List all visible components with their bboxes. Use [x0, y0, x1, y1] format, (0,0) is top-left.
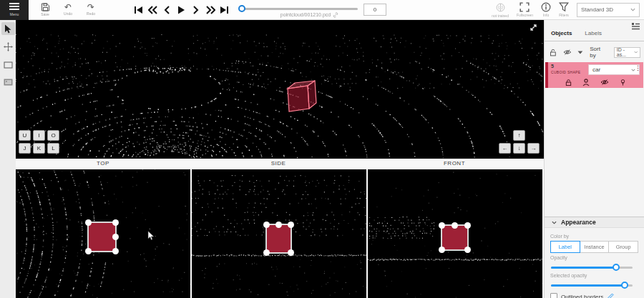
color-by-group-button[interactable]: Group: [609, 241, 638, 253]
arrow-left-button[interactable]: ←: [499, 143, 511, 154]
menu-button[interactable]: Menu: [0, 0, 29, 20]
color-by-toggle-group: Label Instance Group: [550, 241, 638, 253]
fullscreen-button[interactable]: Fullscreen: [517, 2, 533, 17]
arrow-down-button[interactable]: ↓: [513, 143, 525, 154]
sidebar-tabs: Objects Labels: [545, 20, 644, 41]
maximize-view-icon[interactable]: [529, 23, 538, 32]
tab-objects[interactable]: Objects: [551, 30, 572, 41]
cuboid-tool-button[interactable]: [1, 58, 15, 71]
resize-handle[interactable]: [263, 249, 270, 256]
key-u[interactable]: U: [19, 130, 31, 141]
select-tool-button[interactable]: [1, 22, 15, 35]
collapse-caret-icon[interactable]: [577, 51, 583, 54]
resize-handle[interactable]: [112, 219, 119, 226]
main-3d-viewport[interactable]: U I O J K L ↑ ← ↓ →: [16, 20, 544, 159]
key-i[interactable]: I: [33, 130, 45, 141]
pin-object-icon[interactable]: [620, 79, 626, 86]
link-icon: [333, 12, 338, 18]
selected-box-top-view[interactable]: [87, 222, 117, 252]
outlined-borders-checkbox[interactable]: [550, 293, 557, 298]
object-menu-button[interactable]: ⋮: [635, 64, 641, 71]
sort-by-label: Sort by: [590, 46, 608, 59]
selected-opacity-slider-handle[interactable]: [621, 282, 628, 289]
top-view-label: TOP: [16, 159, 190, 169]
fast-forward-button[interactable]: [205, 5, 215, 15]
list-settings-icon[interactable]: [631, 22, 640, 30]
key-j[interactable]: J: [19, 143, 31, 154]
side-view-label: SIDE: [190, 159, 366, 169]
object-class-select[interactable]: car: [588, 64, 640, 75]
lock-object-icon[interactable]: [565, 79, 572, 86]
skip-start-button[interactable]: [133, 5, 144, 15]
translate-tool-button[interactable]: [1, 40, 15, 53]
front-projection-view[interactable]: [368, 169, 542, 298]
color-by-instance-button[interactable]: Instance: [580, 241, 610, 253]
object-list-item-car[interactable]: 5 CUBOID SHAPE car ⋮: [545, 62, 643, 88]
color-by-label-button[interactable]: Label: [550, 241, 580, 253]
annotation-sidebar: Objects Labels Sort by ID - as... 5 CUBO…: [544, 20, 644, 298]
view-mode-select[interactable]: Standard 3D: [577, 3, 640, 17]
tab-labels[interactable]: Labels: [585, 30, 602, 41]
projection-label-strip: TOP SIDE FRONT: [16, 159, 544, 169]
instance-person-icon[interactable]: [582, 79, 590, 86]
info-button[interactable]: Info: [541, 2, 551, 17]
redo-button[interactable]: ↷ Redo: [82, 1, 100, 19]
info-icon: [541, 2, 551, 12]
selected-box-front-view[interactable]: [441, 224, 469, 251]
selected-box-side-view[interactable]: [265, 224, 292, 254]
play-button[interactable]: [176, 5, 187, 15]
visibility-object-icon[interactable]: [600, 79, 609, 86]
step-back-button[interactable]: [162, 5, 172, 15]
top-projection-view[interactable]: [16, 169, 190, 298]
arrow-up-button[interactable]: ↑: [513, 130, 525, 141]
visibility-all-icon[interactable]: [563, 49, 572, 56]
skip-end-button[interactable]: [219, 5, 230, 15]
camera-keypad-hints: U I O J K L: [19, 130, 59, 154]
key-k[interactable]: K: [33, 143, 45, 154]
side-projection-view[interactable]: [192, 169, 366, 298]
timeline-handle[interactable]: [238, 5, 245, 12]
image-view-tool-button[interactable]: [1, 76, 15, 89]
appearance-header[interactable]: Appearance: [545, 217, 644, 228]
timeline-track[interactable]: [240, 8, 358, 10]
sort-order-select[interactable]: ID - as...: [614, 47, 640, 58]
left-tool-sidebar: [0, 20, 16, 298]
ai-assist-button[interactable]: not trained: [492, 2, 509, 18]
resize-handle[interactable]: [288, 222, 294, 228]
key-o[interactable]: O: [47, 130, 59, 141]
object-list-toolbar: Sort by ID - as...: [545, 41, 644, 62]
fast-rewind-button[interactable]: [147, 5, 158, 15]
key-l[interactable]: L: [47, 143, 59, 154]
resize-handle[interactable]: [112, 248, 119, 254]
resize-handle[interactable]: [85, 248, 92, 254]
edit-pencil-icon[interactable]: [607, 293, 614, 298]
resize-handle[interactable]: [439, 247, 445, 253]
resize-handle[interactable]: [263, 222, 270, 228]
resize-handle[interactable]: [464, 222, 471, 229]
arrow-right-button[interactable]: →: [527, 143, 540, 154]
lock-all-icon[interactable]: [550, 49, 557, 56]
opacity-slider[interactable]: [551, 267, 633, 269]
move-icon: [4, 42, 13, 51]
outlined-borders-row: Outlined borders: [550, 293, 638, 298]
pointcloud-canvas[interactable]: [16, 20, 544, 159]
object-shape-type: CUBOID SHAPE: [551, 70, 580, 74]
resize-handle[interactable]: [439, 222, 445, 229]
frame-timeline[interactable]: pointcloud/001210.pcd: [240, 3, 358, 17]
rotate-handle[interactable]: [275, 222, 282, 228]
opacity-slider-handle[interactable]: [613, 264, 620, 271]
step-forward-button[interactable]: [190, 5, 201, 15]
undo-button[interactable]: ↶ Undo: [59, 1, 77, 19]
resize-handle[interactable]: [288, 249, 294, 256]
rotate-handle[interactable]: [112, 234, 119, 240]
filters-button[interactable]: Filters: [559, 2, 569, 17]
resize-handle[interactable]: [85, 219, 92, 226]
filter-icon: [559, 2, 569, 12]
resize-handle[interactable]: [464, 247, 471, 253]
hamburger-icon: [9, 3, 19, 10]
save-button[interactable]: Save: [36, 1, 54, 19]
chevron-down-icon: [630, 8, 635, 11]
selected-cuboid-3d[interactable]: [283, 77, 319, 117]
rotate-handle[interactable]: [452, 222, 458, 229]
selected-opacity-slider[interactable]: [551, 284, 633, 287]
